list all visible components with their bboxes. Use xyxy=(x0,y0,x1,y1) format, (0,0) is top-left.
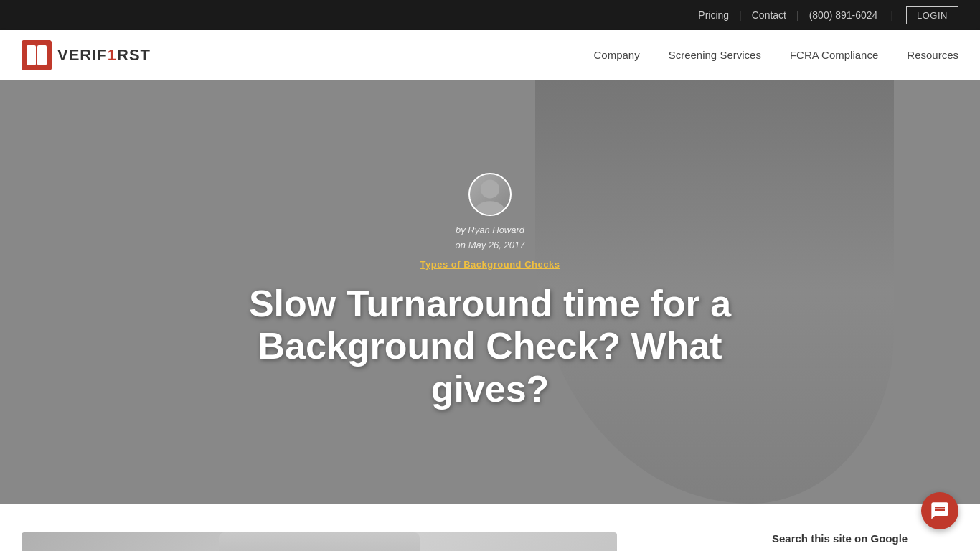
author-date: on May 26, 2017 xyxy=(456,240,525,250)
svg-rect-2 xyxy=(39,45,47,65)
nav-links: Company Screening Services FCRA Complian… xyxy=(593,49,958,62)
svg-point-3 xyxy=(481,179,499,198)
nav-resources[interactable]: Resources xyxy=(907,49,958,61)
svg-rect-1 xyxy=(27,45,34,65)
category-tag[interactable]: Types of Background Checks xyxy=(420,259,560,270)
phone-link[interactable]: (800) 891-6024 xyxy=(809,9,878,21)
author-by: by Ryan Howard xyxy=(456,225,524,235)
hero-section: by Ryan Howard on May 26, 2017 Types of … xyxy=(0,80,980,504)
svg-point-4 xyxy=(475,201,504,216)
chat-icon xyxy=(930,501,950,521)
content-section: Search this site on Google xyxy=(0,504,980,551)
nav-fcra[interactable]: FCRA Compliance xyxy=(790,49,878,61)
main-nav: VERIF1RST Company Screening Services FCR… xyxy=(0,30,980,80)
hero-title: Slow Turnaround time for a Background Ch… xyxy=(232,283,748,411)
divider-3: | xyxy=(890,9,893,21)
search-label: Search this site on Google xyxy=(772,532,958,545)
author-info: by Ryan Howard on May 26, 2017 xyxy=(232,223,748,253)
contact-link[interactable]: Contact xyxy=(752,9,786,21)
logo-text: VERIF1RST xyxy=(57,46,151,65)
svg-rect-0 xyxy=(22,40,52,70)
main-content xyxy=(22,532,743,551)
author-avatar xyxy=(468,173,512,216)
divider-2: | xyxy=(796,9,799,21)
chat-button[interactable] xyxy=(921,492,958,529)
divider-1: | xyxy=(739,9,742,21)
logo[interactable]: VERIF1RST xyxy=(22,40,151,70)
top-bar: Pricing | Contact | (800) 891-6024 | LOG… xyxy=(0,0,980,30)
sidebar: Search this site on Google xyxy=(772,532,958,551)
nav-screening[interactable]: Screening Services xyxy=(669,49,761,61)
article-image xyxy=(22,532,617,551)
nav-company[interactable]: Company xyxy=(593,49,639,61)
login-button[interactable]: LOGIN xyxy=(906,6,958,24)
pricing-link[interactable]: Pricing xyxy=(698,9,729,21)
logo-icon xyxy=(22,40,52,70)
hero-content: by Ryan Howard on May 26, 2017 Types of … xyxy=(232,173,748,411)
